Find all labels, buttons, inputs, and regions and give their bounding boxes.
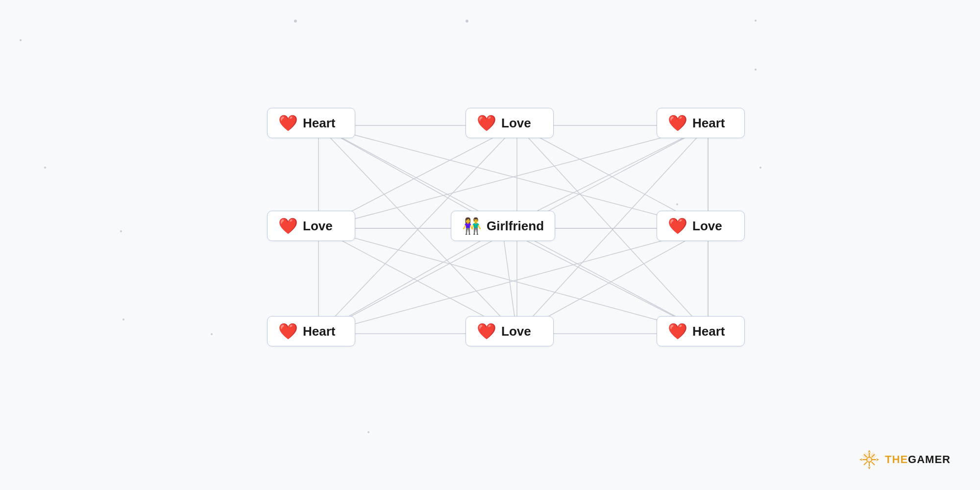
heart-icon: ❤️ — [668, 323, 687, 339]
connection-lines — [0, 0, 980, 490]
node-n5[interactable]: 👫Girlfriend — [451, 211, 555, 241]
node-label: Heart — [692, 116, 725, 131]
node-label: Heart — [303, 324, 335, 339]
node-n3[interactable]: ❤️Heart — [657, 108, 745, 138]
brand-gamer: GAMER — [908, 453, 951, 466]
background-dots — [0, 0, 980, 490]
node-label: Love — [303, 219, 333, 234]
brand-text: THEGAMER — [885, 453, 951, 466]
brand-the: THE — [885, 453, 908, 466]
decorative-dot — [294, 20, 297, 23]
node-label: Love — [692, 219, 722, 234]
decorative-dot — [368, 431, 369, 433]
node-label: Heart — [303, 116, 335, 131]
node-n9[interactable]: ❤️Heart — [657, 316, 745, 346]
node-n7[interactable]: ❤️Heart — [267, 316, 355, 346]
svg-line-6 — [872, 462, 875, 465]
svg-line-8 — [864, 462, 867, 465]
node-label: Love — [501, 116, 531, 131]
node-label: Girlfriend — [487, 219, 544, 234]
decorative-dot — [755, 20, 757, 22]
node-n2[interactable]: ❤️Love — [466, 108, 554, 138]
decorative-dot — [20, 39, 22, 41]
decorative-dot — [211, 333, 213, 335]
heart-icon: ❤️ — [668, 218, 687, 234]
heart-icon: ❤️ — [278, 115, 298, 131]
node-label: Love — [501, 324, 531, 339]
heart-icon: ❤️ — [477, 115, 496, 131]
heart-icon: ❤️ — [278, 218, 298, 234]
node-n6[interactable]: ❤️Love — [657, 211, 745, 241]
node-label: Heart — [692, 324, 725, 339]
node-n1[interactable]: ❤️Heart — [267, 108, 355, 138]
decorative-dot — [760, 167, 761, 169]
decorative-dot — [120, 230, 122, 232]
decorative-dot — [44, 167, 46, 169]
couple-icon: 👫 — [462, 218, 482, 234]
heart-icon: ❤️ — [278, 323, 298, 339]
decorative-dot — [466, 20, 468, 23]
heart-icon: ❤️ — [668, 115, 687, 131]
heart-icon: ❤️ — [477, 323, 496, 339]
thegamer-icon — [858, 449, 880, 470]
decorative-dot — [676, 203, 678, 205]
decorative-dot — [755, 69, 757, 71]
node-n8[interactable]: ❤️Love — [466, 316, 554, 346]
node-n4[interactable]: ❤️Love — [267, 211, 355, 241]
decorative-dot — [122, 318, 124, 320]
brand-logo: THEGAMER — [858, 449, 951, 470]
